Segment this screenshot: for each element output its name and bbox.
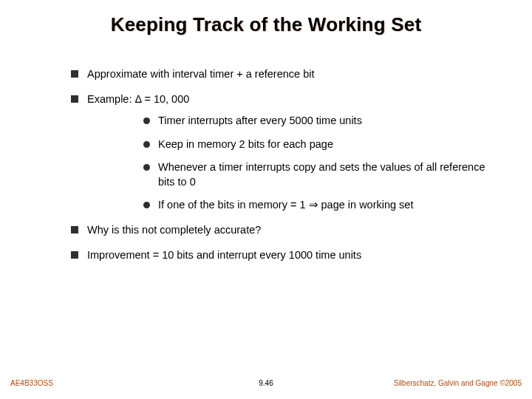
bullet-level1: Improvement = 10 bits and interrupt ever… <box>71 248 510 263</box>
bullet-level1: Why is this not completely accurate? <box>71 223 510 238</box>
slide-footer: AE4B33OSS 9.46 Silberschatz, Galvin and … <box>0 374 532 387</box>
bullet-level2: Whenever a timer interrupts copy and set… <box>143 160 498 189</box>
sub-bullet-group: Timer interrupts after every 5000 time u… <box>87 114 510 213</box>
bullet-level1: Example: Δ = 10, 000 Timer interrupts af… <box>71 92 510 213</box>
bullet-text: Example: Δ = 10, 000 <box>87 93 189 105</box>
footer-course-code: AE4B33OSS <box>10 379 53 387</box>
footer-copyright: Silberschatz, Galvin and Gagne ©2005 <box>394 379 522 387</box>
bullet-level2: Keep in memory 2 bits for each page <box>143 137 498 152</box>
slide-body: Approximate with interval timer + a refe… <box>0 42 532 262</box>
slide-title: Keeping Track of the Working Set <box>0 0 532 42</box>
footer-page-number: 9.46 <box>259 379 273 387</box>
bullet-level1: Approximate with interval timer + a refe… <box>71 67 510 82</box>
bullet-level2: Timer interrupts after every 5000 time u… <box>143 114 498 129</box>
bullet-level2: If one of the bits in memory = 1 ⇒ page … <box>143 198 498 213</box>
